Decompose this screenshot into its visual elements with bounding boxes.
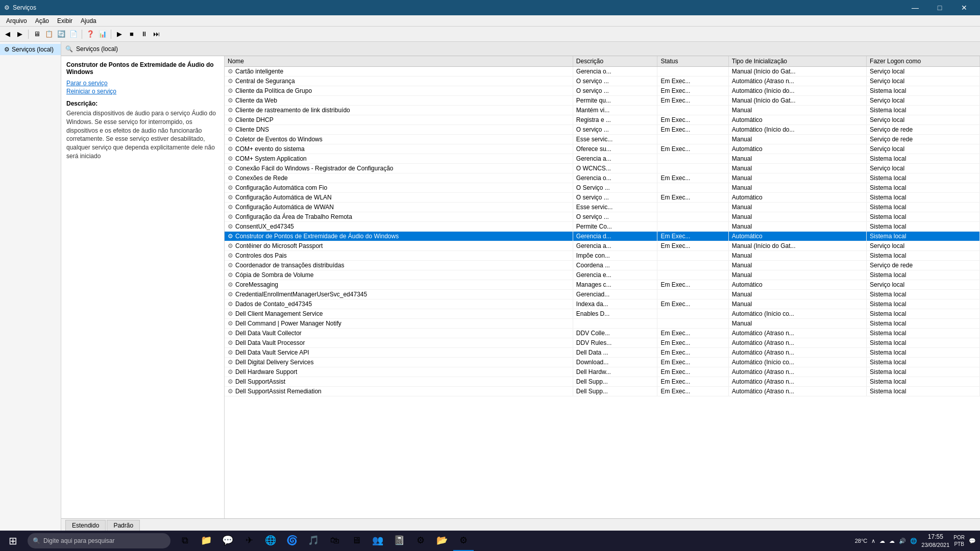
stop-service-button[interactable]: ■ bbox=[126, 29, 137, 40]
table-row[interactable]: ⚙CoreMessagingManages c...Em Exec...Auto… bbox=[225, 280, 980, 290]
table-row[interactable]: ⚙Conexão Fácil do Windows - Registrador … bbox=[225, 164, 980, 173]
col-status[interactable]: Status bbox=[657, 56, 728, 67]
table-row[interactable]: ⚙Configuração Automática de WWANEsse ser… bbox=[225, 203, 980, 212]
service-logon-cell: Sistema local bbox=[867, 251, 980, 261]
table-row[interactable]: ⚙Configuração Automática de WLANO serviç… bbox=[225, 193, 980, 203]
taskbar-remote[interactable]: 🖥 bbox=[346, 531, 366, 551]
service-desc-cell: DDV Rules... bbox=[573, 338, 657, 348]
menu-exibir[interactable]: Exibir bbox=[53, 16, 77, 26]
nav-item-local[interactable]: ⚙ Serviços (local) bbox=[0, 44, 61, 55]
table-row[interactable]: ⚙Construtor de Pontos de Extremidade de … bbox=[225, 232, 980, 241]
services-table-container[interactable]: Nome Descrição Status Tipo de Inicializa… bbox=[225, 56, 980, 518]
table-row[interactable]: ⚙Cartão inteligenteGerencia o...Manual (… bbox=[225, 67, 980, 77]
taskbar-store[interactable]: 🛍 bbox=[325, 531, 345, 551]
service-startup-cell: Manual bbox=[728, 222, 866, 232]
taskbar-whatsapp[interactable]: 💬 bbox=[217, 531, 238, 551]
table-row[interactable]: ⚙Dell SupportAssistDell Supp...Em Exec..… bbox=[225, 377, 980, 387]
col-logon[interactable]: Fazer Logon como bbox=[867, 56, 980, 67]
table-row[interactable]: ⚙Configuração Automática com FioO Serviç… bbox=[225, 183, 980, 193]
tab-estendido[interactable]: Estendido bbox=[65, 520, 106, 531]
tray-expand[interactable]: ∧ bbox=[871, 538, 875, 544]
table-row[interactable]: ⚙COM+ evento do sistemaOferece su...Em E… bbox=[225, 144, 980, 154]
service-icon: ⚙ bbox=[228, 262, 233, 269]
stop-service-link[interactable]: Parar o serviço bbox=[66, 80, 219, 87]
menu-ajuda[interactable]: Ajuda bbox=[77, 16, 101, 26]
table-row[interactable]: ⚙Dell Data Vault ProcessorDDV Rules...Em… bbox=[225, 338, 980, 348]
service-name-cell: ⚙Dell SupportAssist Remediation bbox=[225, 387, 573, 396]
table-row[interactable]: ⚙Cliente DNSO serviço ...Em Exec...Autom… bbox=[225, 125, 980, 135]
table-row[interactable]: ⚙Configuração da Área de Trabalho Remota… bbox=[225, 212, 980, 222]
forward-button[interactable]: ▶ bbox=[14, 29, 26, 40]
back-button[interactable]: ◀ bbox=[2, 29, 13, 40]
close-button[interactable]: ✕ bbox=[952, 0, 976, 15]
service-startup-cell: Automático (Início co... bbox=[728, 309, 866, 319]
menu-arquivo[interactable]: Arquivo bbox=[2, 16, 31, 26]
notification-icon[interactable]: 💬 bbox=[969, 538, 976, 544]
service-icon: ⚙ bbox=[228, 68, 233, 75]
table-row[interactable]: ⚙Controles dos PaisImpõe con...ManualSis… bbox=[225, 251, 980, 261]
service-startup-cell: Automático bbox=[728, 193, 866, 203]
table-row[interactable]: ⚙Dell Command | Power Manager NotifyManu… bbox=[225, 319, 980, 329]
taskbar-search[interactable]: 🔍 Digite aqui para pesquisar bbox=[28, 533, 170, 548]
table-row[interactable]: ⚙Dell Data Vault Service APIDell Data ..… bbox=[225, 348, 980, 358]
taskbar-telegram[interactable]: ✈ bbox=[239, 531, 259, 551]
toolbar-btn-3[interactable]: 📊 bbox=[97, 29, 108, 40]
pause-service-button[interactable]: ⏸ bbox=[138, 29, 150, 40]
col-name[interactable]: Nome bbox=[225, 56, 573, 67]
taskbar-task-view[interactable]: ⧉ bbox=[175, 531, 195, 551]
restart-service-link[interactable]: Reiniciar o serviço bbox=[66, 88, 219, 95]
col-startup[interactable]: Tipo de Inicialização bbox=[728, 56, 866, 67]
minimize-button[interactable]: — bbox=[903, 0, 927, 15]
tab-padrao[interactable]: Padrão bbox=[107, 520, 140, 531]
taskbar-chrome[interactable]: 🌐 bbox=[260, 531, 281, 551]
maximize-button[interactable]: □ bbox=[928, 0, 951, 15]
service-status-cell: Em Exec... bbox=[657, 338, 728, 348]
tray-network[interactable]: 🌐 bbox=[910, 538, 917, 544]
taskbar-explorer[interactable]: 📁 bbox=[196, 531, 216, 551]
taskbar-services[interactable]: ⚙ bbox=[453, 531, 474, 551]
taskbar-edge[interactable]: 🌀 bbox=[282, 531, 302, 551]
service-name-cell: ⚙Construtor de Pontos de Extremidade de … bbox=[225, 232, 573, 241]
table-row[interactable]: ⚙Dell Hardware SupportDell Hardw...Em Ex… bbox=[225, 367, 980, 377]
table-row[interactable]: ⚙Dell Digital Delivery ServicesDownload.… bbox=[225, 358, 980, 367]
col-desc[interactable]: Descrição bbox=[573, 56, 657, 67]
table-row[interactable]: ⚙Cliente da Política de GrupoO serviço .… bbox=[225, 86, 980, 96]
table-row[interactable]: ⚙Cópia de Sombra de VolumeGerencia e...M… bbox=[225, 270, 980, 280]
table-row[interactable]: ⚙Conexões de RedeGerencia o...Em Exec...… bbox=[225, 173, 980, 183]
resume-service-button[interactable]: ⏭ bbox=[151, 29, 162, 40]
table-row[interactable]: ⚙Cliente DHCPRegistra e ...Em Exec...Aut… bbox=[225, 115, 980, 125]
taskbar-spotify[interactable]: 🎵 bbox=[303, 531, 324, 551]
table-row[interactable]: ⚙Cliente da WebPermite qu...Em Exec...Ma… bbox=[225, 96, 980, 106]
service-name-cell: ⚙Cliente DNS bbox=[225, 125, 573, 135]
table-row[interactable]: ⚙Dell SupportAssist RemediationDell Supp… bbox=[225, 387, 980, 396]
service-startup-cell: Automático bbox=[728, 115, 866, 125]
service-logon-cell: Sistema local bbox=[867, 290, 980, 299]
taskbar-office[interactable]: 📂 bbox=[432, 531, 452, 551]
help-button[interactable]: ❓ bbox=[85, 29, 96, 40]
table-row[interactable]: ⚙Coordenador de transações distribuídasC… bbox=[225, 261, 980, 270]
table-row[interactable]: ⚙Central de SegurançaO serviço ...Em Exe… bbox=[225, 77, 980, 86]
table-row[interactable]: ⚙Contêiner do Microsoft PassportGerencia… bbox=[225, 241, 980, 251]
menu-acao[interactable]: Ação bbox=[31, 16, 53, 26]
table-row[interactable]: ⚙Dados de Contato_ed47345Indexa da...Em … bbox=[225, 299, 980, 309]
table-row[interactable]: ⚙Coletor de Eventos do WindowsEsse servi… bbox=[225, 135, 980, 144]
refresh-button[interactable]: 🔄 bbox=[56, 29, 67, 40]
table-row[interactable]: ⚙Dell Client Management ServiceEnables D… bbox=[225, 309, 980, 319]
table-row[interactable]: ⚙CredentialEnrollmentManagerUserSvc_ed47… bbox=[225, 290, 980, 299]
export-button[interactable]: 📄 bbox=[68, 29, 79, 40]
taskbar-clock[interactable]: 17:55 23/08/2021 bbox=[921, 533, 949, 549]
table-row[interactable]: ⚙COM+ System ApplicationGerencia a...Man… bbox=[225, 154, 980, 164]
toolbar-btn-2[interactable]: 📋 bbox=[43, 29, 55, 40]
tray-volume[interactable]: 🔊 bbox=[899, 538, 906, 544]
table-row[interactable]: ⚙Cliente de rastreamento de link distrib… bbox=[225, 106, 980, 115]
nav-label-local: Serviços (local) bbox=[12, 46, 54, 53]
show-scope-button[interactable]: 🖥 bbox=[31, 29, 42, 40]
table-row[interactable]: ⚙ConsentUX_ed47345Permite Co...ManualSis… bbox=[225, 222, 980, 232]
table-row[interactable]: ⚙Dell Data Vault CollectorDDV Colle...Em… bbox=[225, 329, 980, 338]
taskbar-teams[interactable]: 👥 bbox=[368, 531, 388, 551]
taskbar-onenote[interactable]: 📓 bbox=[389, 531, 409, 551]
service-logon-cell: Serviço de rede bbox=[867, 125, 980, 135]
start-service-button[interactable]: ▶ bbox=[114, 29, 125, 40]
start-button[interactable]: ⊞ bbox=[0, 531, 26, 551]
taskbar-settings[interactable]: ⚙ bbox=[410, 531, 431, 551]
